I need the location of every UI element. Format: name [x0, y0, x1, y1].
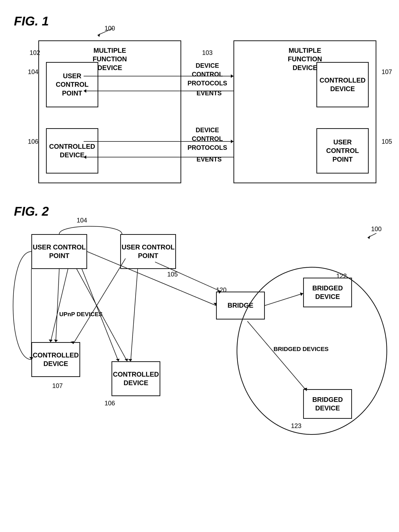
- ucp-top-left-label: USERCONTROLPOINT: [56, 72, 89, 98]
- ref-105: 105: [382, 138, 392, 145]
- svg-marker-34: [116, 359, 120, 361]
- ref-100: 100: [105, 25, 115, 32]
- cd-bottom-left-box: CONTROLLEDDEVICE: [46, 128, 98, 173]
- ref-104: 104: [28, 68, 38, 76]
- ucp-right-label: USER CONTROLPOINT: [122, 243, 175, 260]
- cd-center-box: CONTROLLEDDEVICE: [112, 361, 160, 396]
- cd-top-right-box: CONTROLLEDDEVICE: [317, 62, 369, 107]
- bridged-devices-circle: [207, 259, 390, 441]
- cd-top-right-label: CONTROLLEDDEVICE: [320, 76, 366, 93]
- ref-102: 102: [30, 49, 40, 57]
- left-outer-box: MULTIPLEFUNCTIONDEVICE USERCONTROLPOINT …: [38, 40, 181, 183]
- fig2-ref-107: 107: [52, 382, 63, 390]
- upnp-label: UPnP DEVICES: [59, 311, 103, 317]
- cd-center-label: CONTROLLEDDEVICE: [113, 370, 159, 387]
- fig2-ref-104: 104: [77, 217, 87, 224]
- svg-line-22: [131, 269, 138, 361]
- events-top-label: EVENTS: [185, 89, 234, 97]
- ref-106: 106: [28, 138, 38, 145]
- ref-103: 103: [202, 49, 213, 57]
- cd-left-label: CONTROLLEDDEVICE: [33, 351, 79, 368]
- ucp-bottom-right-box: USERCONTROLPOINT: [317, 128, 369, 173]
- svg-point-10: [237, 267, 387, 434]
- fig2-container: FIG. 2 100 104 USER CONTROLPOINT USER CO…: [14, 204, 385, 476]
- fig2-ref-106: 106: [105, 400, 115, 407]
- dcp-top-label: DEVICE CONTROLPROTOCOLS: [181, 61, 234, 88]
- ucp-bottom-right-label: USERCONTROLPOINT: [326, 138, 359, 164]
- ucp-right-box: USER CONTROLPOINT: [120, 234, 176, 269]
- ref-107: 107: [382, 68, 392, 76]
- page: FIG. 1 100 MULTIPLEFUNCTIONDEVICE USERCO…: [0, 0, 399, 532]
- svg-line-11: [368, 233, 376, 238]
- fig1-diagram: 100 MULTIPLEFUNCTIONDEVICE USERCONTROLPO…: [24, 33, 390, 190]
- cd-left-box: CONTROLLEDDEVICE: [31, 342, 80, 377]
- ucp-top-left-box: USERCONTROLPOINT: [46, 62, 98, 107]
- svg-line-31: [51, 269, 68, 342]
- fig1-label: FIG. 1: [14, 14, 385, 28]
- fig1-container: FIG. 1 100 MULTIPLEFUNCTIONDEVICE USERCO…: [14, 14, 385, 190]
- fig2-ref-105: 105: [167, 271, 178, 278]
- fig2-label: FIG. 2: [14, 204, 385, 218]
- svg-marker-23: [128, 359, 132, 361]
- events-bottom-label: EVENTS: [185, 155, 234, 164]
- right-outer-box: MULTIPLEFUNCTIONDEVICE CONTROLLEDDEVICE …: [234, 40, 376, 183]
- svg-marker-32: [49, 340, 53, 342]
- svg-marker-12: [368, 235, 370, 239]
- fig2-ref-100: 100: [371, 225, 382, 233]
- svg-marker-19: [125, 359, 128, 361]
- ucp-left-box: USER CONTROLPOINT: [31, 234, 87, 269]
- dcp-bottom-label: DEVICE CONTROLPROTOCOLS: [181, 126, 234, 152]
- cd-bottom-left-label: CONTROLLEDDEVICE: [49, 142, 95, 159]
- svg-marker-1: [98, 33, 100, 37]
- svg-line-24: [73, 259, 126, 344]
- svg-marker-17: [54, 340, 58, 342]
- ucp-left-label: USER CONTROLPOINT: [33, 243, 86, 260]
- fig2-diagram: 100 104 USER CONTROLPOINT USER CONTROLPO…: [24, 224, 390, 476]
- svg-line-16: [56, 269, 59, 342]
